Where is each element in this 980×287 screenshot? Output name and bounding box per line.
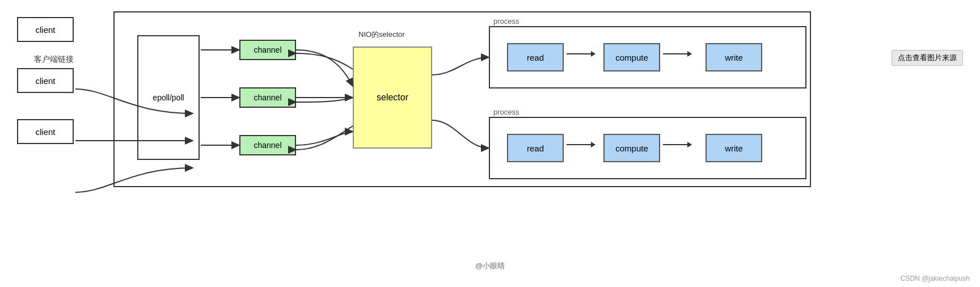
watermark: @小眼睛 <box>475 261 505 271</box>
channel-box-2: channel <box>239 87 296 108</box>
client-box-3: client <box>17 119 74 144</box>
arrow-read-compute-1 <box>567 53 595 54</box>
label-click-source[interactable]: 点击查看图片来源 <box>892 50 963 66</box>
proc-read-2: read <box>507 134 564 162</box>
proc-compute-2: compute <box>603 134 660 162</box>
proc-write-1: write <box>706 43 762 71</box>
process-label-1: process <box>493 17 519 26</box>
channel-box-3: channel <box>239 135 296 155</box>
proc-compute-1: compute <box>603 43 660 71</box>
client-box-2: client <box>17 68 74 93</box>
nio-selector-label: NIO的selector <box>358 29 405 40</box>
proc-write-2: write <box>706 134 762 162</box>
server-outer-box: epoll/poll channel channel channel NIO的s… <box>113 11 811 187</box>
process-label-2: process <box>493 108 519 116</box>
csdn-credit: CSDN @jakiechaipush <box>901 275 970 282</box>
proc-read-1: read <box>507 43 564 71</box>
process-container-1: process read compute write <box>489 26 806 88</box>
main-container: JAVA NIO 处理逻辑视图 （多线程） 客户端链接 服务端处理 点击查看图片… <box>0 0 980 287</box>
arrow-compute-write-1 <box>663 53 691 54</box>
arrow-read-compute-2 <box>567 144 595 145</box>
client-box-1: client <box>17 17 74 42</box>
epoll-box: epoll/poll <box>137 35 200 160</box>
channel-box-1: channel <box>239 40 296 60</box>
process-container-2: process read compute write <box>489 117 806 179</box>
arrow-compute-write-2 <box>663 144 691 145</box>
selector-box: selector <box>353 47 432 149</box>
label-clients: 客户端链接 <box>34 54 74 65</box>
